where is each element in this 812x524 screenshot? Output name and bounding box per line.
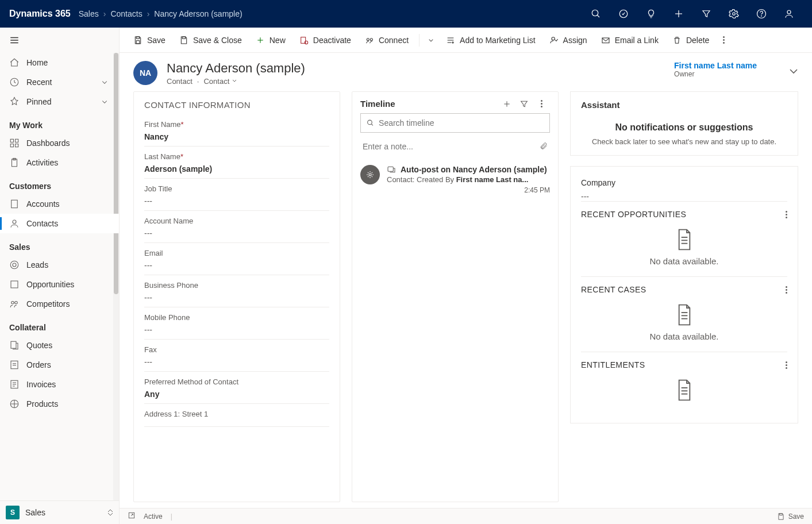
svg-point-25 bbox=[10, 261, 18, 269]
svg-point-7 bbox=[761, 16, 762, 16]
svg-rect-16 bbox=[16, 144, 18, 147]
entity-label: Contact bbox=[167, 77, 193, 86]
task-flow-icon[interactable] bbox=[610, 0, 637, 28]
timeline-search[interactable] bbox=[360, 113, 550, 133]
connect-dropdown[interactable] bbox=[424, 32, 438, 48]
lightbulb-icon[interactable] bbox=[637, 0, 665, 28]
more-icon[interactable] bbox=[786, 286, 787, 294]
timeline-title: Timeline bbox=[360, 99, 395, 109]
footer-save[interactable]: Save bbox=[777, 513, 804, 521]
sidebar-item-activities[interactable]: Activities bbox=[0, 153, 119, 172]
assistant-panel: Assistant No notifications or suggestion… bbox=[570, 91, 798, 156]
attach-icon[interactable] bbox=[540, 142, 548, 152]
sidebar-item-contacts[interactable]: Contacts bbox=[0, 214, 119, 233]
sidebar-item-pinned[interactable]: Pinned bbox=[0, 92, 119, 111]
filter-icon[interactable] bbox=[692, 0, 720, 28]
timeline-filter-icon[interactable] bbox=[515, 99, 533, 109]
status-active[interactable]: Active bbox=[144, 513, 163, 521]
popout-icon[interactable] bbox=[128, 511, 136, 521]
save-button[interactable]: Save bbox=[128, 32, 171, 48]
overflow-button[interactable] bbox=[717, 33, 730, 47]
area-chev-icon bbox=[107, 509, 113, 516]
field-mobile-phone[interactable]: Mobile Phone--- bbox=[144, 307, 329, 340]
breadcrumb: Sales › Contacts › Nancy Aderson (sample… bbox=[79, 9, 243, 18]
sidebar-item-home[interactable]: Home bbox=[0, 53, 119, 72]
sidebar-item-leads[interactable]: Leads bbox=[0, 255, 119, 275]
add-marketing-button[interactable]: Add to Marketing List bbox=[440, 32, 541, 48]
breadcrumb-1[interactable]: Contacts bbox=[110, 9, 142, 18]
contact-info-title: CONTACT INFORMATION bbox=[134, 92, 340, 114]
entitlements-header[interactable]: ENTITLEMENTS bbox=[581, 352, 787, 375]
save-close-button[interactable]: Save & Close bbox=[174, 32, 248, 48]
breadcrumb-2[interactable]: Nancy Aderson (sample) bbox=[154, 9, 242, 18]
sidebar-item-invoices[interactable]: Invoices bbox=[0, 375, 119, 394]
search-icon[interactable] bbox=[582, 0, 610, 28]
settings-icon[interactable] bbox=[720, 0, 748, 28]
svg-point-54 bbox=[368, 120, 372, 125]
sidebar-item-products[interactable]: Products bbox=[0, 394, 119, 414]
svg-point-43 bbox=[367, 38, 369, 40]
sidebar-item-opportunities[interactable]: Opportunities bbox=[0, 275, 119, 294]
svg-point-28 bbox=[11, 302, 14, 305]
assign-button[interactable]: Assign bbox=[544, 32, 593, 48]
area-switcher[interactable]: S Sales bbox=[0, 500, 119, 524]
recent-cases-header[interactable]: RECENT CASES bbox=[581, 276, 787, 300]
svg-point-50 bbox=[552, 37, 555, 40]
deactivate-button[interactable]: Deactivate bbox=[294, 32, 357, 48]
new-button[interactable]: New bbox=[250, 32, 291, 48]
hamburger-button[interactable] bbox=[0, 28, 119, 53]
delete-button[interactable]: Delete bbox=[667, 32, 715, 48]
breadcrumb-0[interactable]: Sales bbox=[79, 9, 99, 18]
field-email[interactable]: Email--- bbox=[144, 243, 329, 275]
email-link-button[interactable]: Email a Link bbox=[595, 32, 664, 48]
assistant-headline: No notifications or suggestions bbox=[581, 122, 787, 133]
field-preferred-method-of-contact[interactable]: Preferred Method of ContactAny bbox=[144, 372, 329, 404]
company-panel: Company --- RECENT OPPORTUNITIES No data… bbox=[570, 166, 798, 423]
svg-point-29 bbox=[15, 302, 18, 305]
sidebar-item-recent[interactable]: Recent bbox=[0, 72, 119, 92]
timeline-note[interactable] bbox=[360, 137, 550, 156]
field-job-title[interactable]: Job Title--- bbox=[144, 179, 329, 211]
more-icon[interactable] bbox=[786, 211, 787, 218]
owner-field[interactable]: First name Last name Owner bbox=[674, 61, 780, 78]
field-business-phone[interactable]: Business Phone--- bbox=[144, 275, 329, 307]
svg-rect-15 bbox=[10, 144, 13, 147]
sidebar-item-orders[interactable]: Orders bbox=[0, 355, 119, 375]
avatar: NA bbox=[133, 61, 157, 85]
add-icon[interactable] bbox=[665, 0, 692, 28]
timeline-more-icon[interactable] bbox=[533, 100, 550, 107]
sidebar-item-competitors[interactable]: Competitors bbox=[0, 294, 119, 314]
svg-point-56 bbox=[369, 174, 371, 176]
field-last-name[interactable]: Last Name*Aderson (sample) bbox=[144, 147, 329, 179]
sidebar-item-dashboards[interactable]: Dashboards bbox=[0, 133, 119, 153]
help-icon[interactable] bbox=[748, 0, 775, 28]
sidebar-item-accounts[interactable]: Accounts bbox=[0, 194, 119, 214]
field-account-name[interactable]: Account Name--- bbox=[144, 211, 329, 243]
timeline-note-input[interactable] bbox=[363, 142, 540, 151]
svg-rect-14 bbox=[16, 139, 18, 142]
timeline-add-icon[interactable] bbox=[498, 99, 515, 109]
more-icon[interactable] bbox=[786, 361, 787, 369]
record-title: Nancy Aderson (sample) bbox=[167, 61, 305, 76]
svg-point-0 bbox=[592, 10, 598, 16]
recent-opportunities-header[interactable]: RECENT OPPORTUNITIES bbox=[581, 201, 787, 225]
sidebar-group-my-work: My Work bbox=[0, 111, 119, 133]
field-first-name[interactable]: First Name*Nancy bbox=[144, 114, 329, 147]
timeline-item[interactable]: Auto-post on Nancy Aderson (sample) Cont… bbox=[352, 161, 558, 202]
svg-point-26 bbox=[13, 263, 16, 267]
company-value[interactable]: --- bbox=[581, 192, 787, 201]
sidebar-group-collateral: Collateral bbox=[0, 314, 119, 336]
field-address-1-street-1[interactable]: Address 1: Street 1 bbox=[144, 404, 329, 427]
connect-button[interactable]: Connect bbox=[359, 32, 414, 48]
sidebar-item-quotes[interactable]: Quotes bbox=[0, 336, 119, 355]
header-expand[interactable] bbox=[789, 61, 798, 76]
form-selector[interactable]: Contact bbox=[203, 77, 237, 86]
field-fax[interactable]: Fax--- bbox=[144, 340, 329, 372]
record-header: NA Nancy Aderson (sample) Contact· Conta… bbox=[120, 53, 812, 91]
timeline-search-input[interactable] bbox=[379, 118, 544, 128]
svg-rect-68 bbox=[779, 513, 782, 515]
contact-info-panel: CONTACT INFORMATION First Name*NancyLast… bbox=[133, 91, 340, 502]
svg-rect-13 bbox=[10, 139, 13, 142]
svg-line-55 bbox=[371, 124, 373, 126]
user-icon[interactable] bbox=[775, 0, 803, 28]
